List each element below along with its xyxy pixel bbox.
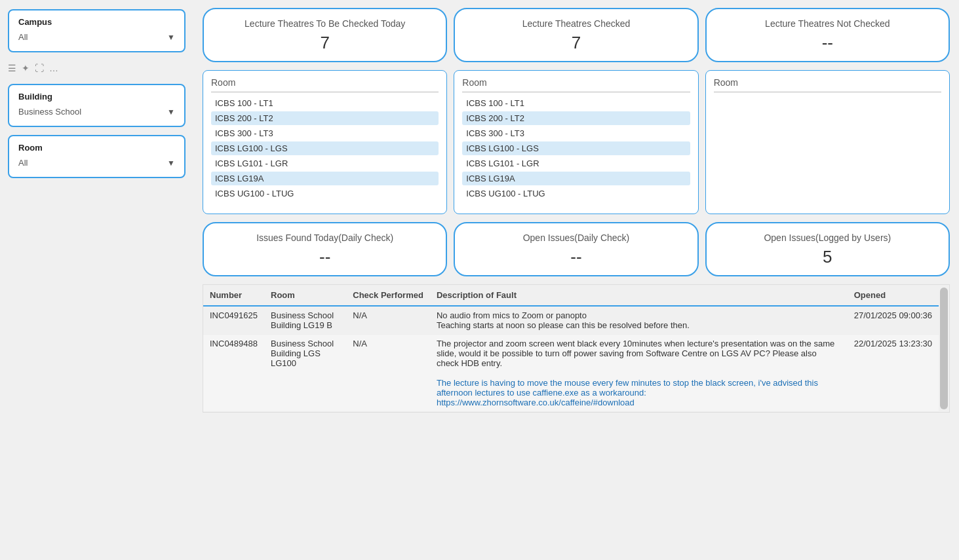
building-chevron-icon: ▼	[167, 107, 175, 117]
issues-table-wrapper: Number Room Check Performed Description …	[203, 284, 950, 413]
cell-check-performed: N/A	[346, 306, 430, 335]
room-card-to-check: Room ICBS 100 - LT1ICBS 200 - LT2ICBS 30…	[203, 70, 447, 214]
checked-value: 7	[465, 33, 686, 53]
open-daily-value: --	[465, 247, 686, 267]
room-item[interactable]: ICBS 200 - LT2	[211, 111, 439, 125]
not-checked-value: --	[717, 33, 938, 53]
filter-icon[interactable]: ☰	[8, 63, 16, 73]
cell-description: The projector and zoom screen went black…	[430, 335, 848, 412]
cell-description: No audio from mics to Zoom or panoptoTea…	[430, 306, 848, 335]
building-value: Business School	[18, 107, 81, 117]
room-item[interactable]: ICBS UG100 - LTUG	[462, 187, 690, 200]
room-item[interactable]: ICBS 300 - LT3	[462, 126, 690, 140]
col-opened: Opened	[848, 285, 939, 306]
room-item[interactable]: ICBS 100 - LT1	[211, 96, 439, 110]
stat-card-checked: Lecture Theatres Checked 7	[454, 8, 698, 62]
campus-label: Campus	[18, 17, 175, 27]
room-filter-card: Room All ▼	[8, 135, 186, 178]
room-card-not-checked: Room	[705, 70, 950, 214]
cell-check-performed: N/A	[346, 335, 430, 412]
room-item[interactable]: ICBS LG19A	[462, 172, 690, 185]
room-card-checked-header: Room	[462, 77, 690, 92]
room-card-checked: Room ICBS 100 - LT1ICBS 200 - LT2ICBS 30…	[454, 70, 698, 214]
bottom-stat-cards-row: Issues Found Today(Daily Check) -- Open …	[203, 222, 950, 276]
col-room: Room	[264, 285, 346, 306]
room-card-not-checked-header: Room	[714, 77, 941, 92]
more-icon[interactable]: …	[49, 63, 58, 73]
room-item[interactable]: ICBS LG19A	[211, 172, 439, 185]
room-cards-row: Room ICBS 100 - LT1ICBS 200 - LT2ICBS 30…	[203, 70, 950, 214]
to-be-checked-value: 7	[214, 33, 435, 53]
issues-found-title: Issues Found Today(Daily Check)	[214, 233, 435, 243]
expand-icon[interactable]: ⛶	[35, 63, 44, 73]
building-select[interactable]: Business School ▼	[18, 105, 175, 118]
scrollbar[interactable]	[940, 288, 948, 409]
col-check-performed: Check Performed	[346, 285, 430, 306]
issues-table-scroll[interactable]: Number Room Check Performed Description …	[203, 285, 939, 412]
to-check-rooms-list: ICBS 100 - LT1ICBS 200 - LT2ICBS 300 - L…	[211, 96, 439, 200]
room-item[interactable]: ICBS UG100 - LTUG	[211, 187, 439, 200]
campus-select[interactable]: All ▼	[18, 31, 175, 43]
cell-room: Business School Building LGS LG100	[264, 335, 346, 412]
campus-chevron-icon: ▼	[167, 33, 175, 42]
issues-found-value: --	[214, 247, 435, 267]
room-card-to-check-header: Room	[211, 77, 439, 92]
room-value: All	[18, 158, 28, 168]
campus-filter-card: Campus All ▼	[8, 9, 186, 52]
issues-table: Number Room Check Performed Description …	[203, 285, 939, 412]
room-item[interactable]: ICBS LG100 - LGS	[211, 141, 439, 155]
room-item[interactable]: ICBS 200 - LT2	[462, 111, 690, 125]
col-description: Description of Fault	[430, 285, 848, 306]
stat-card-open-daily: Open Issues(Daily Check) --	[454, 222, 698, 276]
sidebar: Campus All ▼ ☰ ✦ ⛶ … Building Business S…	[0, 0, 193, 560]
star-icon[interactable]: ✦	[22, 63, 29, 73]
cell-opened: 22/01/2025 13:23:30	[848, 335, 939, 412]
open-daily-title: Open Issues(Daily Check)	[465, 233, 686, 243]
building-filter-card: Building Business School ▼	[8, 84, 186, 127]
room-select[interactable]: All ▼	[18, 157, 175, 169]
cell-opened: 27/01/2025 09:00:36	[848, 306, 939, 335]
cell-room: Business School Building LG19 B	[264, 306, 346, 335]
room-item[interactable]: ICBS LG101 - LGR	[211, 157, 439, 170]
stat-card-not-checked: Lecture Theatres Not Checked --	[705, 8, 950, 62]
room-item[interactable]: ICBS 300 - LT3	[211, 126, 439, 140]
col-number: Number	[203, 285, 264, 306]
to-be-checked-title: Lecture Theatres To Be Checked Today	[214, 18, 435, 29]
room-item[interactable]: ICBS LG101 - LGR	[462, 157, 690, 170]
building-label: Building	[18, 92, 175, 102]
cell-number: INC0491625	[203, 306, 264, 335]
open-users-title: Open Issues(Logged by Users)	[717, 233, 938, 243]
main-content: Lecture Theatres To Be Checked Today 7 L…	[193, 0, 959, 560]
not-checked-title: Lecture Theatres Not Checked	[717, 18, 938, 29]
checked-title: Lecture Theatres Checked	[465, 18, 686, 29]
room-chevron-icon: ▼	[167, 159, 175, 168]
room-label: Room	[18, 143, 175, 153]
toolbar-row: ☰ ✦ ⛶ …	[8, 60, 186, 76]
stat-card-issues-found: Issues Found Today(Daily Check) --	[203, 222, 447, 276]
stat-card-open-users: Open Issues(Logged by Users) 5	[705, 222, 950, 276]
table-row[interactable]: INC0491625 Business School Building LG19…	[203, 306, 939, 335]
table-row[interactable]: INC0489488 Business School Building LGS …	[203, 335, 939, 412]
open-users-value: 5	[717, 247, 938, 267]
stat-card-to-be-checked: Lecture Theatres To Be Checked Today 7	[203, 8, 447, 62]
room-item[interactable]: ICBS 100 - LT1	[462, 96, 690, 110]
checked-rooms-list: ICBS 100 - LT1ICBS 200 - LT2ICBS 300 - L…	[462, 96, 690, 200]
cell-number: INC0489488	[203, 335, 264, 412]
room-item[interactable]: ICBS LG100 - LGS	[462, 141, 690, 155]
top-stat-cards-row: Lecture Theatres To Be Checked Today 7 L…	[203, 8, 950, 62]
campus-value: All	[18, 32, 28, 42]
